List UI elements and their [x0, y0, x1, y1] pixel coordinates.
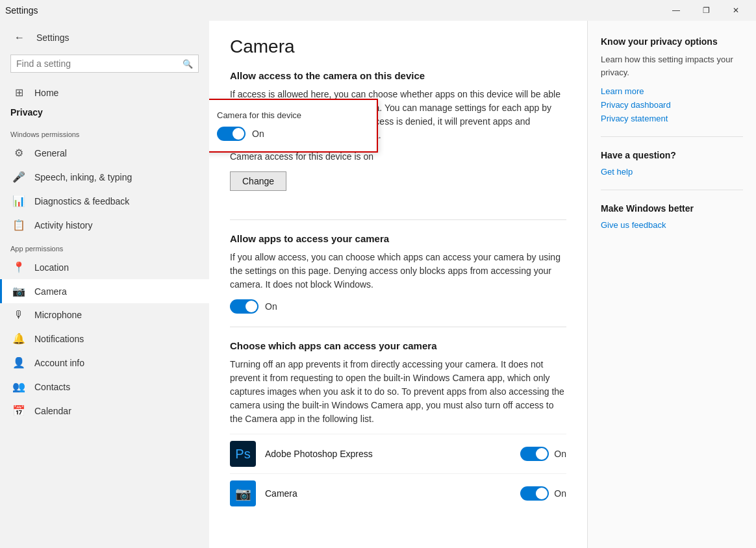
have-question-title: Have a question?: [601, 150, 743, 160]
search-icon: 🔍: [183, 59, 193, 69]
choose-apps-text: Turning off an app prevents it from dire…: [230, 358, 566, 426]
sidebar-item-contacts[interactable]: 👥 Contacts: [0, 375, 209, 399]
sidebar-item-calendar[interactable]: 📅 Calendar: [0, 399, 209, 423]
maximize-button[interactable]: ❐: [691, 0, 721, 21]
sidebar-item-general[interactable]: ⚙ General: [0, 141, 209, 165]
photoshop-toggle-label: On: [554, 449, 566, 459]
sidebar-microphone-label: Microphone: [34, 310, 82, 320]
search-box[interactable]: 🔍: [10, 55, 199, 73]
sidebar-item-activity[interactable]: 📋 Activity history: [0, 213, 209, 237]
sidebar-activity-label: Activity history: [34, 220, 92, 230]
right-divider-1: [601, 136, 743, 137]
get-help-link[interactable]: Get help: [601, 167, 743, 177]
sidebar-app-title: Settings: [36, 32, 69, 43]
app-body: ← Settings 🔍 ⊞ Home Privacy Windows perm…: [0, 21, 756, 548]
page-title: Camera: [230, 36, 566, 57]
know-privacy-title: Know your privacy options: [601, 36, 743, 47]
popup-toggle-label: On: [252, 129, 264, 139]
camera-toggle-area: On: [520, 486, 566, 501]
diagnostics-icon: 📊: [12, 195, 25, 207]
account-info-icon: 👤: [12, 356, 25, 369]
camera-app-toggle-label: On: [554, 488, 566, 499]
choose-apps-title: Choose which apps can access your camera: [230, 340, 566, 351]
camera-nav-icon: 📷: [12, 285, 25, 297]
windows-better-title: Make Windows better: [601, 203, 743, 214]
photoshop-toggle-area: On: [520, 447, 566, 461]
allow-apps-toggle-row: On: [230, 299, 566, 314]
right-divider-2: [601, 190, 743, 190]
divider-2: [230, 327, 566, 327]
popup-toggle[interactable]: [217, 127, 246, 141]
sidebar-item-microphone[interactable]: 🎙 Microphone: [0, 303, 209, 327]
sidebar-location-label: Location: [34, 262, 69, 273]
app-row-camera: 📷 Camera On: [230, 473, 566, 513]
sidebar-item-account-info[interactable]: 👤 Account info: [0, 351, 209, 375]
privacy-statement-link[interactable]: Privacy statement: [601, 114, 743, 123]
app-row-photoshop: Ps Adobe Photoshop Express On: [230, 434, 566, 473]
sidebar-item-home[interactable]: ⊞ Home: [0, 81, 209, 105]
title-bar-title: Settings: [5, 5, 38, 16]
learn-more-link[interactable]: Learn more: [601, 86, 743, 96]
sidebar-general-label: General: [34, 148, 67, 158]
photoshop-app-icon: Ps: [230, 441, 256, 467]
sidebar-item-location[interactable]: 📍 Location: [0, 255, 209, 279]
sidebar: ← Settings 🔍 ⊞ Home Privacy Windows perm…: [0, 21, 209, 548]
popup-toggle-row: On: [217, 127, 364, 141]
photoshop-app-name: Adobe Photoshop Express: [265, 449, 520, 459]
speech-icon: 🎤: [12, 171, 25, 183]
microphone-icon: 🎙: [12, 309, 25, 321]
notifications-icon: 🔔: [12, 332, 25, 345]
main-content: Camera for this device On Camera Allow a…: [209, 21, 587, 548]
sidebar-item-speech[interactable]: 🎤 Speech, inking, & typing: [0, 165, 209, 189]
sidebar-camera-label: Camera: [34, 286, 67, 297]
title-bar-left: Settings: [5, 5, 38, 16]
sidebar-item-diagnostics[interactable]: 📊 Diagnostics & feedback: [0, 189, 209, 213]
contacts-icon: 👥: [12, 380, 25, 393]
title-bar-controls: — ❐ ✕: [661, 0, 751, 21]
popup-overlay: Camera for this device On: [209, 99, 378, 153]
title-bar: Settings — ❐ ✕: [0, 0, 756, 21]
home-icon: ⊞: [12, 86, 25, 99]
sidebar-diagnostics-label: Diagnostics & feedback: [34, 196, 129, 206]
search-input[interactable]: [16, 58, 183, 69]
minimize-button[interactable]: —: [661, 0, 691, 21]
calendar-icon: 📅: [12, 405, 25, 417]
know-privacy-text: Learn how this setting impacts your priv…: [601, 53, 743, 79]
windows-permissions-header: Windows permissions: [0, 123, 209, 141]
allow-apps-text: If you allow access, you can choose whic…: [230, 251, 566, 292]
popup-box: Camera for this device On: [209, 99, 378, 153]
sidebar-privacy-title: Privacy: [0, 105, 209, 123]
sidebar-notifications-label: Notifications: [34, 334, 84, 344]
allow-apps-toggle-label: On: [265, 301, 277, 312]
location-icon: 📍: [12, 261, 25, 273]
app-permissions-header: App permissions: [0, 237, 209, 255]
camera-app-name: Camera: [265, 488, 520, 499]
close-button[interactable]: ✕: [721, 0, 751, 21]
allow-apps-title: Allow apps to access your camera: [230, 233, 566, 244]
right-panel: Know your privacy options Learn how this…: [587, 21, 756, 548]
sidebar-calendar-label: Calendar: [34, 406, 71, 416]
camera-app-toggle[interactable]: [520, 486, 549, 501]
sidebar-header: ← Settings: [0, 21, 209, 52]
photoshop-toggle[interactable]: [520, 447, 549, 461]
popup-label: Camera for this device: [217, 110, 364, 120]
sidebar-item-home-label: Home: [34, 88, 58, 98]
general-icon: ⚙: [12, 147, 25, 159]
sidebar-account-info-label: Account info: [34, 358, 84, 368]
divider-1: [230, 219, 566, 220]
sidebar-contacts-label: Contacts: [34, 382, 70, 392]
allow-access-title: Allow access to the camera on this devic…: [230, 70, 566, 81]
back-button[interactable]: ←: [10, 29, 29, 47]
sidebar-speech-label: Speech, inking, & typing: [34, 172, 132, 182]
change-button[interactable]: Change: [230, 171, 286, 191]
privacy-dashboard-link[interactable]: Privacy dashboard: [601, 100, 743, 110]
sidebar-item-camera[interactable]: 📷 Camera: [0, 279, 209, 303]
give-feedback-link[interactable]: Give us feedback: [601, 220, 743, 230]
allow-apps-toggle[interactable]: [230, 299, 258, 314]
sidebar-item-notifications[interactable]: 🔔 Notifications: [0, 327, 209, 351]
activity-icon: 📋: [12, 219, 25, 231]
camera-app-icon: 📷: [230, 480, 256, 506]
